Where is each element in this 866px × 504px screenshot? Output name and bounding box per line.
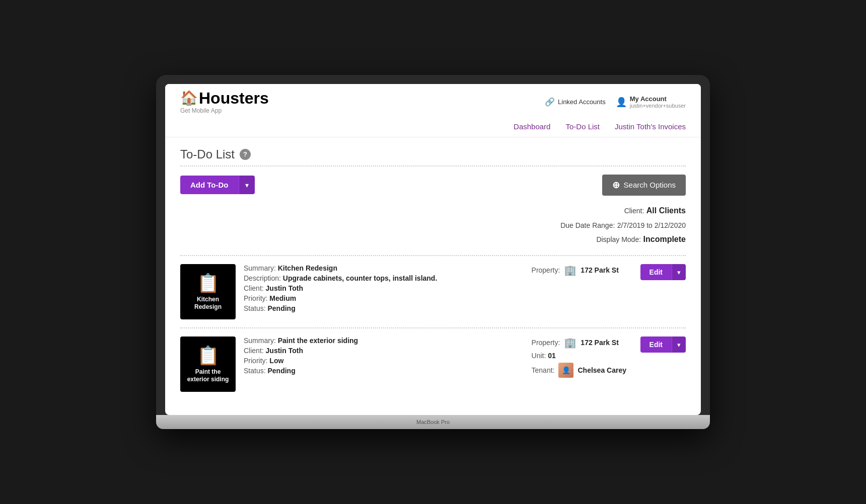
priority-value-2: Low — [269, 357, 283, 365]
tenant-avatar-2: 👤 — [558, 363, 573, 378]
priority-label-2: Priority: — [244, 357, 267, 365]
add-todo-group: Add To-Do ▾ — [180, 176, 255, 194]
thumb-label-1: Kitchen Redesign — [180, 296, 236, 311]
todo-thumbnail-1: 📋 Kitchen Redesign — [180, 264, 236, 319]
edit-btn-group-1: Edit ▾ — [640, 264, 686, 280]
edit-button-1[interactable]: Edit — [640, 264, 672, 280]
property-value-1: 172 Park St — [581, 266, 619, 274]
main-content: To-Do List ? Add To-Do ▾ ⊕ Search Option… — [165, 137, 701, 415]
description-value-1: Upgrade cabinets, counter tops, install … — [283, 274, 438, 282]
client-line-1: Client: Justin Toth — [244, 284, 524, 292]
status-line-2: Status: Pending — [244, 367, 524, 375]
status-value-2: Pending — [267, 367, 295, 375]
tenant-name-2: Chelsea Carey — [578, 366, 626, 374]
header-right: 🔗 Linked Accounts 👤 My Account justin+ve… — [545, 95, 686, 109]
logo-icon: 🏠 — [180, 91, 198, 105]
tenant-label-2: Tenant: — [532, 366, 555, 374]
property-icon-2: 🏢 — [564, 337, 576, 349]
my-account-label: My Account — [630, 95, 686, 103]
summary-line-2: Summary: Paint the exterior siding — [244, 337, 524, 345]
clipboard-icon-2: 📋 — [197, 345, 220, 366]
client-value-2: Justin Toth — [266, 347, 303, 355]
edit-dropdown-1[interactable]: ▾ — [672, 264, 686, 280]
edit-dropdown-2[interactable]: ▾ — [672, 337, 686, 353]
todo-item-1: 📋 Kitchen Redesign Summary: Kitchen Rede… — [180, 255, 686, 327]
app-name: Housters — [199, 90, 269, 106]
logo[interactable]: 🏠 Housters — [180, 90, 269, 106]
todo-details-2: Summary: Paint the exterior siding Clien… — [244, 337, 524, 377]
priority-label-1: Priority: — [244, 294, 267, 302]
thumb-label-2: Paint the exterior siding — [180, 368, 236, 384]
nav-invoices[interactable]: Justin Toth's Invoices — [615, 122, 686, 131]
todo-property-area-1: Property: 🏢 172 Park St — [532, 264, 632, 279]
display-mode-value: Incomplete — [643, 235, 686, 243]
client-label-1: Client: — [244, 284, 264, 292]
property-icon-1: 🏢 — [564, 264, 576, 276]
display-mode-label: Display Mode: — [596, 235, 641, 243]
search-options-label: Search Options — [624, 181, 676, 189]
client-filter-value: All Clients — [646, 206, 686, 215]
todo-actions-1: Edit ▾ — [640, 264, 686, 280]
property-line-1: Property: 🏢 172 Park St — [532, 264, 632, 276]
edit-button-2[interactable]: Edit — [640, 337, 672, 353]
priority-line-2: Priority: Low — [244, 357, 524, 365]
priority-value-1: Medium — [269, 294, 296, 302]
summary-value-1: Kitchen Redesign — [278, 264, 337, 272]
description-label-1: Description: — [244, 274, 281, 282]
due-date-label: Due Date Range: — [560, 221, 615, 229]
status-line-1: Status: Pending — [244, 304, 524, 312]
tenant-line-2: Tenant: 👤 Chelsea Carey — [532, 363, 632, 378]
help-icon[interactable]: ? — [240, 149, 251, 160]
todo-item-2: 📋 Paint the exterior siding Summary: Pai… — [180, 327, 686, 400]
filter-info: Client: All Clients Due Date Range: 2/7/… — [180, 204, 686, 247]
summary-value-2: Paint the exterior siding — [278, 337, 358, 345]
search-options-button[interactable]: ⊕ Search Options — [602, 175, 686, 196]
header: 🏠 Housters Get Mobile App 🔗 Linked Accou… — [165, 84, 701, 137]
linked-accounts-icon: 🔗 — [545, 97, 555, 107]
todo-property-area-2: Property: 🏢 172 Park St Unit: 01 Tenant:… — [532, 337, 632, 378]
property-label-1: Property: — [532, 266, 560, 274]
priority-line-1: Priority: Medium — [244, 294, 524, 302]
unit-value-2: 01 — [548, 352, 556, 360]
unit-line-2: Unit: 01 — [532, 352, 632, 360]
linked-accounts[interactable]: 🔗 Linked Accounts — [545, 97, 606, 107]
property-value-2: 172 Park St — [581, 339, 619, 347]
linked-accounts-label: Linked Accounts — [558, 98, 606, 106]
page-title: To-Do List — [180, 147, 235, 161]
summary-line-1: Summary: Kitchen Redesign — [244, 264, 524, 272]
unit-label-2: Unit: — [532, 352, 546, 360]
nav-dashboard[interactable]: Dashboard — [514, 122, 550, 131]
add-todo-button[interactable]: Add To-Do — [180, 176, 239, 194]
description-line-1: Description: Upgrade cabinets, counter t… — [244, 274, 524, 282]
clipboard-icon-1: 📋 — [197, 273, 220, 294]
account-icon: 👤 — [616, 97, 627, 108]
due-date-value: 2/7/2019 to 2/12/2020 — [617, 221, 686, 229]
todo-details-1: Summary: Kitchen Redesign Description: U… — [244, 264, 524, 314]
status-label-1: Status: — [244, 304, 266, 312]
todo-thumbnail-2: 📋 Paint the exterior siding — [180, 337, 236, 392]
macbook-label: MacBook Pro — [416, 419, 450, 425]
title-divider — [180, 165, 686, 166]
summary-label-1: Summary: — [244, 264, 276, 272]
nav-todo-list[interactable]: To-Do List — [565, 122, 600, 131]
my-account[interactable]: 👤 My Account justin+vendor+subuser — [616, 95, 686, 109]
client-filter-label: Client: — [624, 207, 644, 215]
client-label-2: Client: — [244, 347, 264, 355]
property-label-2: Property: — [532, 339, 560, 347]
nav-bar: Dashboard To-Do List Justin Toth's Invoi… — [180, 118, 686, 137]
status-value-1: Pending — [267, 304, 295, 312]
client-line-2: Client: Justin Toth — [244, 347, 524, 355]
tenant-avatar-img-2: 👤 — [558, 363, 573, 378]
add-todo-dropdown-button[interactable]: ▾ — [239, 176, 255, 194]
toolbar: Add To-Do ▾ ⊕ Search Options — [180, 175, 686, 196]
edit-btn-group-2: Edit ▾ — [640, 337, 686, 353]
logo-area: 🏠 Housters Get Mobile App — [180, 90, 269, 114]
summary-label-2: Summary: — [244, 337, 276, 345]
todo-actions-2: Edit ▾ — [640, 337, 686, 353]
client-value-1: Justin Toth — [266, 284, 303, 292]
my-account-sub: justin+vendor+subuser — [630, 103, 686, 109]
app-subtitle[interactable]: Get Mobile App — [180, 107, 269, 114]
status-label-2: Status: — [244, 367, 266, 375]
search-plus-icon: ⊕ — [612, 180, 620, 191]
property-line-2: Property: 🏢 172 Park St — [532, 337, 632, 349]
